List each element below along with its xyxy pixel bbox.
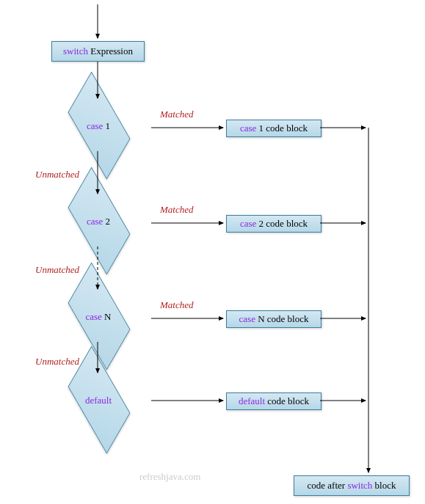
default-decision: default	[46, 376, 151, 426]
case-1-code-block: case 1 code block	[226, 120, 322, 137]
default-block-text: code block	[265, 395, 309, 406]
case-2-decision: case 2	[46, 197, 151, 246]
unmatched-label-n: Unmatched	[35, 356, 79, 368]
flowchart-arrows	[0, 0, 425, 504]
case-2-block-keyword: case	[240, 218, 256, 229]
switch-keyword: switch	[63, 45, 88, 56]
unmatched-label-2: Unmatched	[35, 264, 79, 276]
case-n-decision: case N	[46, 292, 151, 342]
case-n-block-text: N code block	[255, 313, 309, 324]
end-keyword: switch	[347, 480, 372, 491]
matched-label-2: Matched	[160, 204, 193, 216]
default-code-block: default code block	[226, 392, 322, 410]
switch-expression-box: switch Expression	[51, 41, 145, 62]
default-block-keyword: default	[239, 395, 265, 406]
case-1-block-keyword: case	[240, 123, 256, 134]
case-1-keyword: case	[87, 120, 103, 131]
case-2-block-text: 2 code block	[256, 218, 308, 229]
watermark: refreshjava.com	[139, 471, 200, 483]
end-post-text: block	[372, 480, 396, 491]
case-1-number: 1	[103, 120, 110, 131]
code-after-switch-box: code after switch block	[294, 475, 410, 496]
case-1-block-text: 1 code block	[256, 123, 308, 134]
case-2-code-block: case 2 code block	[226, 215, 322, 233]
end-pre-text: code after	[308, 480, 348, 491]
case-n-number: N	[102, 311, 112, 322]
matched-label-n: Matched	[160, 299, 193, 311]
case-2-number: 2	[103, 216, 110, 227]
case-n-keyword: case	[85, 311, 101, 322]
case-n-code-block: case N code block	[226, 310, 322, 328]
matched-label-1: Matched	[160, 109, 193, 120]
case-n-block-keyword: case	[239, 313, 255, 324]
unmatched-label-1: Unmatched	[35, 169, 79, 180]
case-1-decision: case 1	[46, 101, 151, 151]
case-2-keyword: case	[87, 216, 103, 227]
switch-expression-text: Expression	[88, 45, 133, 56]
default-keyword: default	[85, 395, 112, 406]
